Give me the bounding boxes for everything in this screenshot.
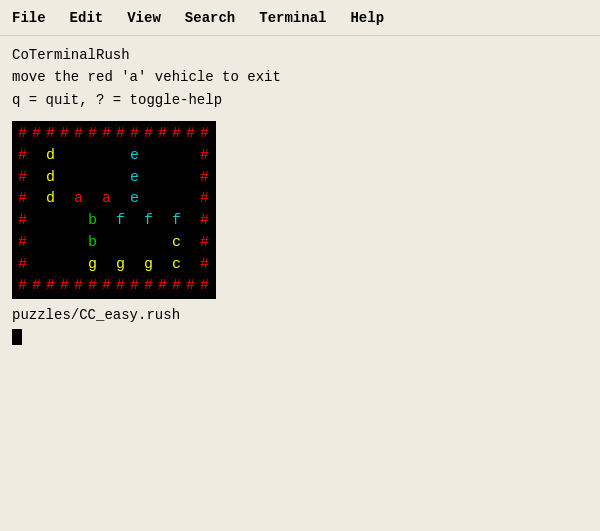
board-cell	[100, 254, 114, 276]
board-cell	[184, 232, 198, 254]
board-cell	[86, 145, 100, 167]
board-row: # d a a e #	[16, 188, 212, 210]
board-cell	[44, 232, 58, 254]
board-cell	[58, 145, 72, 167]
board-cell: #	[142, 123, 156, 145]
board-cell	[142, 232, 156, 254]
board-cell: #	[86, 123, 100, 145]
menubar: File Edit View Search Terminal Help	[0, 0, 600, 36]
board-cell: #	[16, 254, 30, 276]
board-cell	[114, 167, 128, 189]
board-cell	[30, 210, 44, 232]
board-cell	[114, 188, 128, 210]
menu-search[interactable]: Search	[181, 8, 239, 28]
board-cell: #	[72, 123, 86, 145]
board-cell	[58, 232, 72, 254]
board-cell: #	[44, 275, 58, 297]
board-cell	[58, 167, 72, 189]
intro-block: CoTerminalRush move the red 'a' vehicle …	[12, 44, 588, 111]
board-cell	[58, 210, 72, 232]
board-cell: #	[156, 123, 170, 145]
intro-line2: move the red 'a' vehicle to exit	[12, 66, 588, 88]
board-cell	[128, 254, 142, 276]
board-cell: #	[58, 123, 72, 145]
board-cell: e	[128, 188, 142, 210]
game-board: ############### d e ## d e ## d a a e ##…	[12, 121, 216, 299]
board-cell: b	[86, 232, 100, 254]
board-cell: #	[198, 167, 212, 189]
board-cell: #	[170, 123, 184, 145]
board-cell: #	[100, 123, 114, 145]
board-cell: a	[100, 188, 114, 210]
board-row: # b c #	[16, 232, 212, 254]
board-cell	[72, 145, 86, 167]
board-cell	[184, 188, 198, 210]
board-cell: #	[30, 123, 44, 145]
board-cell: g	[142, 254, 156, 276]
board-cell	[30, 232, 44, 254]
board-cell: #	[198, 145, 212, 167]
board-cell: g	[86, 254, 100, 276]
board-cell	[72, 232, 86, 254]
board-cell	[156, 254, 170, 276]
board-cell	[72, 167, 86, 189]
board-cell	[170, 145, 184, 167]
board-cell: d	[44, 188, 58, 210]
board-cell	[72, 254, 86, 276]
board-cell	[184, 254, 198, 276]
board-cell	[184, 145, 198, 167]
board-cell	[86, 188, 100, 210]
board-cell: #	[44, 123, 58, 145]
menu-help[interactable]: Help	[346, 8, 388, 28]
board-row: ##############	[16, 275, 212, 297]
filepath-label: puzzles/CC_easy.rush	[12, 307, 588, 323]
cursor	[12, 329, 22, 345]
board-cell	[30, 188, 44, 210]
board-cell: #	[128, 275, 142, 297]
board-cell	[156, 210, 170, 232]
board-cell	[100, 167, 114, 189]
board-cell	[184, 167, 198, 189]
board-cell: f	[142, 210, 156, 232]
board-cell	[128, 210, 142, 232]
board-cell	[156, 188, 170, 210]
board-cell	[114, 145, 128, 167]
board-cell: #	[30, 275, 44, 297]
board-cell	[72, 210, 86, 232]
board-cell: g	[114, 254, 128, 276]
board-cell: c	[170, 232, 184, 254]
menu-file[interactable]: File	[8, 8, 50, 28]
board-cell: #	[128, 123, 142, 145]
board-row: # d e #	[16, 167, 212, 189]
board-cell	[100, 232, 114, 254]
board-cell: #	[198, 188, 212, 210]
intro-line1: CoTerminalRush	[12, 44, 588, 66]
board-cell: #	[156, 275, 170, 297]
board-cell: #	[86, 275, 100, 297]
board-cell	[142, 145, 156, 167]
menu-view[interactable]: View	[123, 8, 165, 28]
board-cell	[156, 167, 170, 189]
board-cell: #	[16, 188, 30, 210]
board-cell: b	[86, 210, 100, 232]
board-cell	[44, 210, 58, 232]
board-cell: e	[128, 167, 142, 189]
board-cell: #	[114, 123, 128, 145]
board-cell: #	[114, 275, 128, 297]
board-cell: e	[128, 145, 142, 167]
board-cell	[156, 232, 170, 254]
board-cell: #	[142, 275, 156, 297]
board-cell: #	[184, 275, 198, 297]
menu-terminal[interactable]: Terminal	[255, 8, 330, 28]
board-cell: #	[198, 254, 212, 276]
board-cell: #	[16, 167, 30, 189]
board-cell	[128, 232, 142, 254]
board-cell	[30, 145, 44, 167]
board-cell: a	[72, 188, 86, 210]
board-cell: #	[16, 232, 30, 254]
board-cell	[142, 188, 156, 210]
board-cell	[184, 210, 198, 232]
board-cell	[114, 232, 128, 254]
menu-edit[interactable]: Edit	[66, 8, 108, 28]
board-cell: #	[16, 275, 30, 297]
